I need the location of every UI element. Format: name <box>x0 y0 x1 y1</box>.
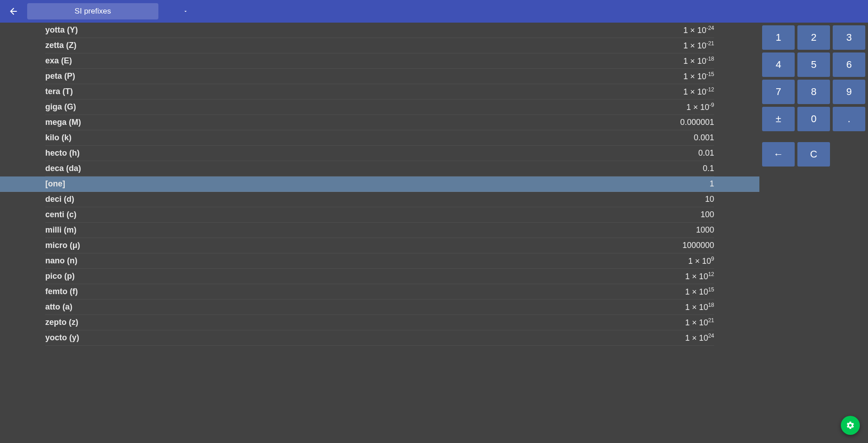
app-header: SI prefixes <box>0 0 868 23</box>
unit-label: milli (m) <box>45 225 76 235</box>
unit-row[interactable]: yotta (Y)1 × 10-24 <box>45 23 714 38</box>
unit-value: 1 × 1015 <box>685 286 714 297</box>
unit-value: 0.1 <box>703 164 714 173</box>
key-backspace[interactable]: ← <box>762 142 795 167</box>
settings-fab[interactable] <box>841 416 860 435</box>
unit-label: kilo (k) <box>45 133 72 143</box>
key-3[interactable]: 3 <box>833 25 865 50</box>
unit-value: 1 × 10-9 <box>687 102 714 112</box>
key-4[interactable]: 4 <box>762 52 795 77</box>
keypad: 1 2 3 4 5 6 7 8 9 ± 0 . ← C <box>759 23 868 443</box>
unit-value: 1000 <box>696 225 714 235</box>
chevron-down-icon <box>183 9 188 14</box>
unit-value: 10 <box>705 195 714 204</box>
unit-row[interactable]: yocto (y)1 × 1024 <box>45 330 714 346</box>
unit-label: deci (d) <box>45 195 74 204</box>
unit-value: 1 × 1012 <box>685 271 714 281</box>
unit-label: micro (μ) <box>45 241 80 250</box>
unit-value: 1 × 10-24 <box>683 25 714 35</box>
key-0[interactable]: 0 <box>797 107 830 131</box>
key-clear[interactable]: C <box>797 142 830 167</box>
dropdown-button[interactable] <box>181 7 190 16</box>
unit-row[interactable]: [one]1 <box>0 176 759 192</box>
unit-value: 1 × 1021 <box>685 317 714 328</box>
unit-value: 0.01 <box>698 148 714 158</box>
unit-label: nano (n) <box>45 256 77 266</box>
unit-value: 1 × 10-21 <box>683 40 714 51</box>
key-7[interactable]: 7 <box>762 80 795 104</box>
unit-row[interactable]: giga (G)1 × 10-9 <box>45 100 714 115</box>
category-selector[interactable]: SI prefixes <box>27 3 158 19</box>
unit-row[interactable]: peta (P)1 × 10-15 <box>45 69 714 84</box>
unit-value: 1 × 10-12 <box>683 86 714 97</box>
unit-value: 0.001 <box>694 133 714 143</box>
key-2[interactable]: 2 <box>797 25 830 50</box>
unit-row[interactable]: hecto (h)0.01 <box>45 146 714 161</box>
key-1[interactable]: 1 <box>762 25 795 50</box>
unit-row[interactable]: kilo (k)0.001 <box>45 130 714 146</box>
unit-row[interactable]: femto (f)1 × 1015 <box>45 284 714 300</box>
unit-row[interactable]: atto (a)1 × 1018 <box>45 300 714 315</box>
unit-value: 1 × 1024 <box>685 333 714 343</box>
unit-value: 1 <box>710 179 714 189</box>
unit-label: femto (f) <box>45 287 78 296</box>
unit-label: tera (T) <box>45 87 73 96</box>
main-content: yotta (Y)1 × 10-24zetta (Z)1 × 10-21exa … <box>0 23 868 443</box>
unit-label: deca (da) <box>45 164 81 173</box>
key-plusminus[interactable]: ± <box>762 107 795 131</box>
unit-row[interactable]: zepto (z)1 × 1021 <box>45 315 714 330</box>
unit-label: yotta (Y) <box>45 25 78 35</box>
unit-label: zepto (z) <box>45 318 78 327</box>
back-button[interactable] <box>5 2 23 20</box>
unit-label: peta (P) <box>45 71 75 81</box>
unit-label: yocto (y) <box>45 333 79 343</box>
unit-label: mega (M) <box>45 118 81 127</box>
unit-list: yotta (Y)1 × 10-24zetta (Z)1 × 10-21exa … <box>0 23 759 443</box>
unit-label: giga (G) <box>45 102 76 112</box>
unit-value: 0.000001 <box>680 118 714 127</box>
arrow-left-icon <box>9 6 19 16</box>
unit-label: pico (p) <box>45 272 75 281</box>
unit-row[interactable]: mega (M)0.000001 <box>45 115 714 130</box>
unit-row[interactable]: micro (μ)1000000 <box>45 238 714 253</box>
gear-icon <box>846 421 855 430</box>
unit-value: 1 × 10-18 <box>683 56 714 66</box>
unit-label: hecto (h) <box>45 148 80 158</box>
unit-row[interactable]: deci (d)10 <box>45 192 714 207</box>
key-decimal[interactable]: . <box>833 107 865 131</box>
unit-value: 1 × 10-15 <box>683 71 714 81</box>
unit-value: 1 × 109 <box>688 256 714 266</box>
unit-value: 100 <box>701 210 714 219</box>
unit-row[interactable]: zetta (Z)1 × 10-21 <box>45 38 714 53</box>
unit-row[interactable]: tera (T)1 × 10-12 <box>45 84 714 100</box>
unit-label: zetta (Z) <box>45 41 76 50</box>
unit-label: exa (E) <box>45 56 72 66</box>
key-8[interactable]: 8 <box>797 80 830 104</box>
unit-label: atto (a) <box>45 302 72 312</box>
unit-label: [one] <box>45 179 65 189</box>
key-5[interactable]: 5 <box>797 52 830 77</box>
key-9[interactable]: 9 <box>833 80 865 104</box>
unit-value: 1 × 1018 <box>685 302 714 312</box>
unit-label: centi (c) <box>45 210 76 219</box>
category-title: SI prefixes <box>75 7 111 16</box>
unit-row[interactable]: pico (p)1 × 1012 <box>45 269 714 284</box>
unit-row[interactable]: centi (c)100 <box>45 207 714 223</box>
unit-row[interactable]: deca (da)0.1 <box>45 161 714 176</box>
unit-value: 1000000 <box>682 241 714 250</box>
unit-row[interactable]: nano (n)1 × 109 <box>45 253 714 269</box>
unit-row[interactable]: exa (E)1 × 10-18 <box>45 53 714 69</box>
key-6[interactable]: 6 <box>833 52 865 77</box>
unit-row[interactable]: milli (m)1000 <box>45 223 714 238</box>
